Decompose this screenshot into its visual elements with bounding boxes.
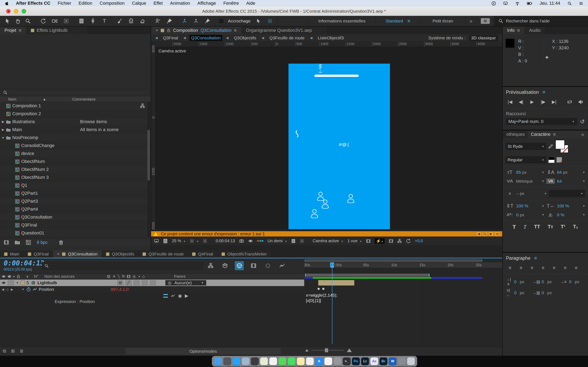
view-axis-mode[interactable] xyxy=(204,17,211,25)
twirl-icon[interactable] xyxy=(0,120,6,124)
pen-tool[interactable] xyxy=(89,17,96,25)
project-search-input[interactable] xyxy=(9,92,147,93)
menu-item[interactable]: Animation xyxy=(170,1,190,6)
dock-icon[interactable] xyxy=(260,358,268,365)
layer-shy-switch[interactable] xyxy=(117,280,123,285)
faux-italic-button[interactable] xyxy=(523,224,526,230)
previous-frame-button[interactable]: ◀| xyxy=(517,98,526,106)
layer-quality-switch[interactable]: ╱ xyxy=(125,280,131,285)
last-frame-button[interactable]: ▶| xyxy=(550,98,559,106)
close-window-button[interactable] xyxy=(6,9,11,13)
apple-menu-icon[interactable] xyxy=(5,1,9,6)
next-keyframe-icon[interactable]: ▶ xyxy=(11,287,13,291)
project-row[interactable]: Q2Part3 xyxy=(0,197,151,205)
tab-audio[interactable]: Audio xyxy=(525,26,545,34)
justify-last-right-button[interactable] xyxy=(561,265,569,271)
next-frame-button[interactable]: |▶ xyxy=(539,98,548,106)
breadcrumb[interactable]: ◀ Q3Objectifs xyxy=(226,35,258,41)
tab-caractere[interactable]: Caractère xyxy=(527,131,588,138)
collapse-warning-button[interactable]: ≪ xyxy=(494,232,500,236)
snap-features-icon[interactable] xyxy=(267,17,273,25)
rotation-tool[interactable] xyxy=(40,17,47,25)
timeline-track-area[interactable]: :00s05s10s15s20s25s30s ◆◆ x=wiggle(2,145… xyxy=(304,258,502,347)
workspace-overflow-icon[interactable] xyxy=(470,18,472,24)
puppet-pin-tool[interactable] xyxy=(166,17,173,25)
fx-header-icon[interactable]: fx xyxy=(122,274,125,278)
dock-icon[interactable] xyxy=(288,358,295,365)
faux-bold-button[interactable] xyxy=(513,224,516,230)
label-column-icon[interactable]: ⬧ xyxy=(26,274,28,279)
menu-item[interactable]: Aide xyxy=(246,1,255,6)
indent-right-field[interactable]: ≡|← 0px xyxy=(505,288,531,298)
collapse-header-icon[interactable]: ✳ xyxy=(112,274,116,279)
timeline-tab[interactable]: × Q3Consultation xyxy=(53,250,102,258)
layer-eye-icon[interactable] xyxy=(2,281,6,285)
app-menu[interactable]: After Effects CC xyxy=(16,1,51,6)
dock-icon[interactable]: Ae xyxy=(370,358,378,365)
breadcrumb-label[interactable]: Q3Final xyxy=(161,35,180,41)
expand-layers-icon[interactable]: ⧉ xyxy=(3,349,6,354)
tab-projet[interactable]: Projet xyxy=(0,26,26,34)
tab-effets-lightbulb[interactable]: Effets Lightbulb xyxy=(26,26,87,34)
project-scrollbar[interactable] xyxy=(147,102,150,236)
dock-icon[interactable] xyxy=(334,358,341,365)
search-icon[interactable] xyxy=(3,90,7,95)
dock-icon[interactable]: A xyxy=(315,358,323,365)
dock-icon[interactable] xyxy=(297,358,305,365)
tab-composition-q3consultation[interactable]: × Composition Q3Consultation xyxy=(151,26,242,34)
zoom-in-icon[interactable] xyxy=(347,349,352,352)
menu-clock[interactable]: Jeu. 11:44 xyxy=(540,1,560,6)
selection-tool[interactable] xyxy=(4,17,11,25)
parent-pickwhip-and-dropdown[interactable]: ◎ Aucun(e) ▼ xyxy=(165,280,206,285)
project-row[interactable]: Illustrations Browse items xyxy=(0,118,151,126)
baseline-shift-field[interactable]: 0px ▼ xyxy=(516,212,544,217)
project-row[interactable]: Q3Final xyxy=(0,221,151,229)
timeline-tab[interactable]: × Main xyxy=(0,250,24,258)
font-family-dropdown[interactable]: St Ryde ▼ xyxy=(506,143,546,150)
all-caps-button[interactable] xyxy=(534,224,540,230)
dock-icon[interactable] xyxy=(269,358,277,365)
dock-icon[interactable]: Lr xyxy=(361,358,369,365)
flowchart-icon[interactable] xyxy=(140,103,145,108)
tsume-field[interactable]: 0 % ▼ xyxy=(557,212,585,217)
workspace-menu-icon[interactable] xyxy=(407,18,410,24)
camera-tool[interactable] xyxy=(51,17,58,25)
world-axis-mode[interactable] xyxy=(192,17,199,25)
dock-icon[interactable] xyxy=(407,358,415,365)
property-value[interactable]: 897,4,1,0 xyxy=(111,287,129,292)
breadcrumb[interactable]: ◀ Q3Consultation xyxy=(183,35,222,41)
frame-blending-icon[interactable] xyxy=(249,261,258,270)
layer-row-lightbulb[interactable]: ▼ 5 Lightbulb ╱ ◎ Aucun(e) ▼ xyxy=(0,280,304,286)
layer-twirl-icon[interactable]: ▼ xyxy=(16,281,19,284)
interpret-footage-icon[interactable] xyxy=(4,240,9,245)
workspace-standard[interactable]: Standard xyxy=(385,18,403,24)
position-property-row[interactable]: ◀ ◇ ▶ ▼ Position 897,4,1,0 xyxy=(0,286,304,292)
new-composition-icon[interactable] xyxy=(26,240,31,245)
airplay-icon[interactable] xyxy=(503,1,508,6)
show-snapshot-icon[interactable] xyxy=(248,238,253,243)
column-parent[interactable]: Parent xyxy=(174,274,186,279)
leading-field[interactable]: 84px ▼ xyxy=(557,170,585,175)
breadcrumb-label[interactable]: Q3Consultation xyxy=(190,35,222,41)
panel-menu-icon[interactable] xyxy=(534,255,537,261)
layer-fx-switch[interactable] xyxy=(134,280,140,285)
project-row[interactable]: Composition 1 xyxy=(0,102,151,110)
tab-info[interactable]: Info xyxy=(503,26,525,34)
project-row[interactable]: ObectifNum 3 xyxy=(0,174,151,182)
hand-tool[interactable] xyxy=(14,17,21,25)
creative-cloud-icon[interactable] xyxy=(492,1,496,6)
close-tab-icon[interactable]: × xyxy=(57,251,60,257)
dock-icon[interactable]: Br xyxy=(380,358,387,365)
eye-icon[interactable] xyxy=(2,275,6,278)
frame-blend-header-icon[interactable] xyxy=(127,275,130,278)
rectangle-tool[interactable] xyxy=(78,17,85,25)
timeline-horizontal-scrollbar[interactable] xyxy=(305,259,482,262)
clone-stamp-tool[interactable] xyxy=(128,17,135,25)
project-row[interactable]: Main All items in a scene xyxy=(0,126,151,134)
current-time-display[interactable]: 0:00:04:13 xyxy=(216,239,235,243)
loop-icon[interactable] xyxy=(565,98,574,106)
expression-code[interactable]: x=wiggle(2,145); [x[0],[1]] xyxy=(306,292,337,303)
composition-mini-flowchart-icon[interactable] xyxy=(206,261,215,270)
menu-item[interactable]: Affichage xyxy=(198,1,216,6)
breadcrumb-label[interactable]: Q3Objectifs xyxy=(232,35,258,41)
